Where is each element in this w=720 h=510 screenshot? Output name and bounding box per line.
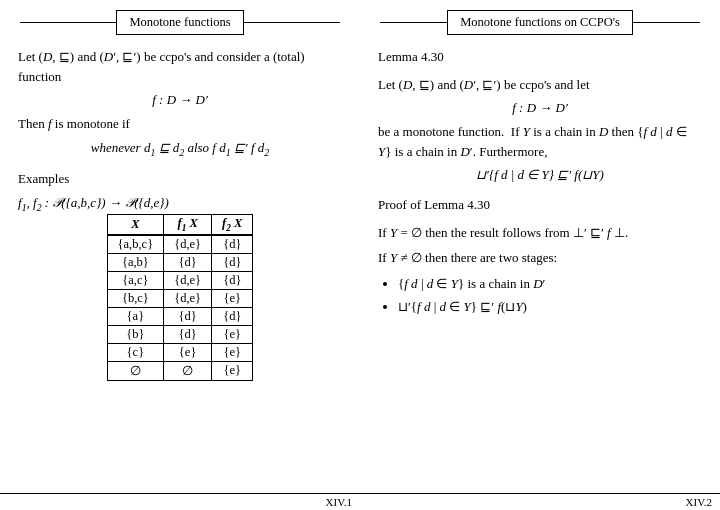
proof-label: Proof of Lemma 4.30 bbox=[378, 195, 702, 215]
lemma-label: Lemma 4.30 bbox=[378, 47, 702, 67]
table-cell: {a,c} bbox=[107, 271, 164, 289]
examples-table: X f1 X f2 X {a,b,c}{d,e}{d}{a,b}{d}{d}{a… bbox=[107, 214, 254, 381]
right-panel-title: Monotone functions on CCPO's bbox=[447, 10, 633, 35]
table-cell: {e} bbox=[164, 343, 212, 361]
left-panel-header: Monotone functions bbox=[20, 10, 340, 35]
proof-bullets: {f d | d ∈ Y} is a chain in D′ ⊔′{f d | … bbox=[398, 274, 702, 317]
table-header-formula: f1, f2 : 𝒫({a,b,c}) → 𝒫({d,e}) bbox=[18, 195, 342, 213]
lemma-intro: Let (D, ⊑) and (D′, ⊑′) be ccpo's and le… bbox=[378, 75, 702, 95]
table-cell: {d,e} bbox=[164, 235, 212, 254]
left-panel-content: Let (D, ⊑) and (D′, ⊑′) be ccpo's and co… bbox=[0, 47, 360, 493]
table-row: ∅∅{e} bbox=[107, 361, 253, 380]
monotone-condition: whenever d1 ⊑ d2 also f d1 ⊑′ f d2 bbox=[18, 140, 342, 158]
col-header-f2: f2 X bbox=[212, 215, 253, 235]
table-cell: {e} bbox=[212, 343, 253, 361]
proof-case1: If Y = ∅ then the result follows from ⊥′… bbox=[378, 223, 702, 243]
left-panel-title: Monotone functions bbox=[116, 10, 243, 35]
function-definition: f : D → D′ bbox=[18, 92, 342, 108]
table-cell: {b} bbox=[107, 325, 164, 343]
table-cell: {d,e} bbox=[164, 271, 212, 289]
table-cell: ∅ bbox=[107, 361, 164, 380]
table-cell: {d} bbox=[164, 325, 212, 343]
table-cell: {e} bbox=[212, 289, 253, 307]
table-cell: {d} bbox=[164, 253, 212, 271]
right-header-line-left bbox=[380, 22, 447, 23]
table-cell: {d} bbox=[212, 235, 253, 254]
table-row: {b,c}{d,e}{e} bbox=[107, 289, 253, 307]
left-panel-footer: XIV.1 bbox=[0, 493, 360, 510]
lemma-body: be a monotone function. If Y is a chain … bbox=[378, 122, 702, 161]
col-header-f1: f1 X bbox=[164, 215, 212, 235]
examples-label: Examples bbox=[18, 169, 342, 189]
left-header-line-right bbox=[244, 22, 340, 23]
then-monotone-label: Then f is monotone if bbox=[18, 114, 342, 134]
left-panel: Monotone functions Let (D, ⊑) and (D′, ⊑… bbox=[0, 0, 360, 510]
table-row: {a,b,c}{d,e}{d} bbox=[107, 235, 253, 254]
table-row: {a}{d}{d} bbox=[107, 307, 253, 325]
table-cell: {d} bbox=[212, 307, 253, 325]
table-cell: {c} bbox=[107, 343, 164, 361]
right-panel-footer: XIV.2 bbox=[360, 493, 720, 510]
lemma-formula: ⊔′{f d | d ∈ Y} ⊑′ f(⊔Y) bbox=[378, 167, 702, 183]
right-panel: Monotone functions on CCPO's Lemma 4.30 … bbox=[360, 0, 720, 510]
table-cell: {a,b,c} bbox=[107, 235, 164, 254]
bullet-item-2: ⊔′{f d | d ∈ Y} ⊑′ f(⊔Y) bbox=[398, 297, 702, 317]
table-cell: {a} bbox=[107, 307, 164, 325]
table-cell: {d} bbox=[164, 307, 212, 325]
table-cell: {e} bbox=[212, 361, 253, 380]
table-row: {a,b}{d}{d} bbox=[107, 253, 253, 271]
table-cell: {d} bbox=[212, 253, 253, 271]
lemma-function: f : D → D′ bbox=[378, 100, 702, 116]
intro-text: Let (D, ⊑) and (D′, ⊑′) be ccpo's and co… bbox=[18, 47, 342, 86]
col-header-x: X bbox=[107, 215, 164, 235]
table-cell: {d} bbox=[212, 271, 253, 289]
proof-case2: If Y ≠ ∅ then there are two stages: bbox=[378, 248, 702, 268]
table-row: {a,c}{d,e}{d} bbox=[107, 271, 253, 289]
table-cell: ∅ bbox=[164, 361, 212, 380]
left-header-line-left bbox=[20, 22, 116, 23]
table-cell: {b,c} bbox=[107, 289, 164, 307]
bullet-item-1: {f d | d ∈ Y} is a chain in D′ bbox=[398, 274, 702, 294]
table-row: {c}{e}{e} bbox=[107, 343, 253, 361]
right-panel-header: Monotone functions on CCPO's bbox=[380, 10, 700, 35]
examples-table-wrap: f1, f2 : 𝒫({a,b,c}) → 𝒫({d,e}) X f1 X f2… bbox=[18, 195, 342, 381]
table-cell: {d,e} bbox=[164, 289, 212, 307]
table-row: {b}{d}{e} bbox=[107, 325, 253, 343]
right-panel-content: Lemma 4.30 Let (D, ⊑) and (D′, ⊑′) be cc… bbox=[360, 47, 720, 493]
table-cell: {e} bbox=[212, 325, 253, 343]
table-cell: {a,b} bbox=[107, 253, 164, 271]
right-header-line-right bbox=[633, 22, 700, 23]
